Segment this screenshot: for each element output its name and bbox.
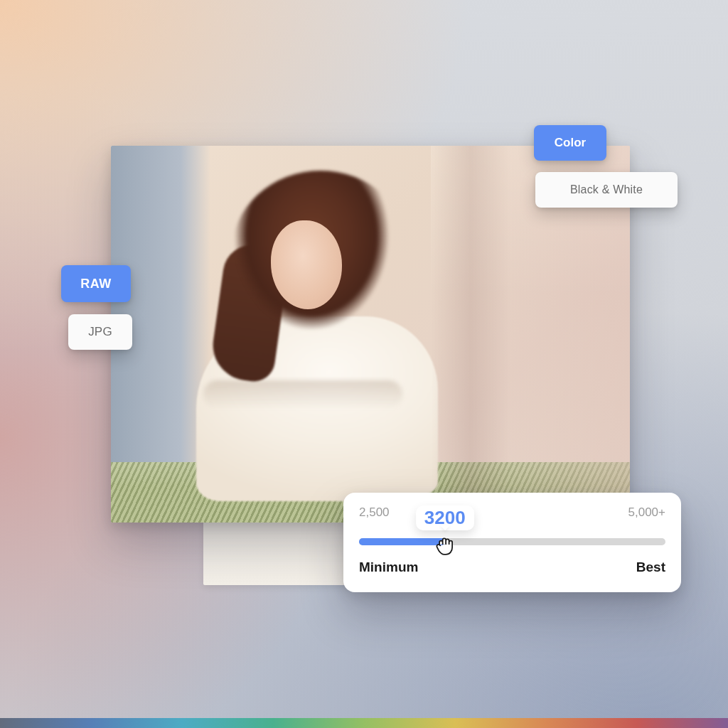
slider-value-bubble: 3200	[416, 505, 474, 530]
rainbow-strip	[0, 718, 728, 728]
quality-slider-card: 2,500 5,000+ 3200 Minimum Best	[343, 493, 681, 592]
slider-min-label: Minimum	[359, 560, 418, 575]
color-mode-button[interactable]: Color	[534, 125, 606, 161]
slider-max-display: 5,000+	[628, 505, 665, 520]
photo-figure-shadow	[203, 380, 402, 409]
slider-track[interactable]: 3200	[359, 538, 665, 545]
photo-figure-face	[271, 220, 342, 309]
format-jpg-button[interactable]: JPG	[68, 314, 132, 350]
bw-mode-button[interactable]: Black & White	[535, 172, 678, 208]
slider-fill	[359, 538, 445, 545]
slider-min-display: 2,500	[359, 505, 390, 520]
format-raw-button[interactable]: RAW	[61, 265, 131, 302]
grab-cursor-icon	[432, 532, 458, 558]
slider-quality-labels: Minimum Best	[359, 560, 665, 575]
slider-max-label: Best	[636, 560, 665, 575]
slider-range-labels: 2,500 5,000+	[359, 505, 665, 520]
